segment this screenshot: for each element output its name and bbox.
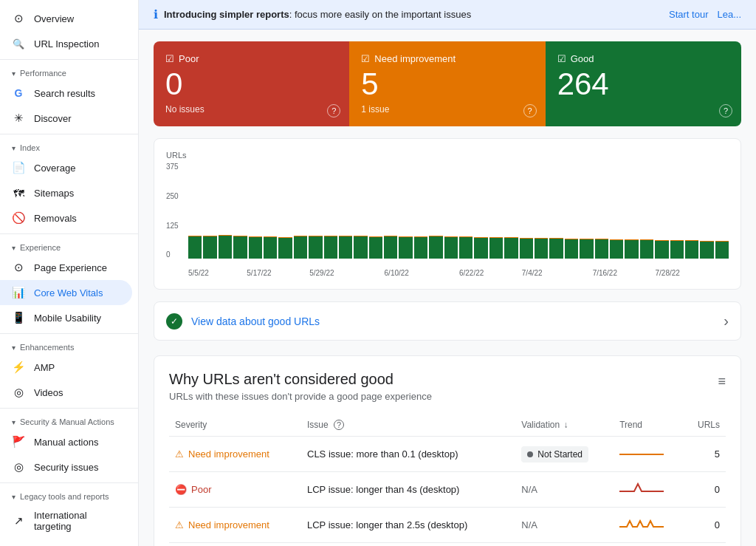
x-label bbox=[410, 269, 422, 277]
sidebar-item-label: Manual actions bbox=[34, 437, 98, 448]
bar-group[interactable] bbox=[520, 163, 533, 259]
sidebar-item-search-results[interactable]: G Search results bbox=[0, 81, 132, 106]
bar-group[interactable] bbox=[444, 163, 458, 259]
bar-group[interactable] bbox=[369, 163, 382, 259]
bar-group[interactable] bbox=[294, 163, 307, 259]
table-row[interactable]: ⛔ Poor LCP issue: longer than 4s (deskto… bbox=[169, 472, 726, 508]
poor-score-card[interactable]: ☑ Poor 0 No issues ? bbox=[154, 41, 349, 126]
bar-group[interactable] bbox=[324, 163, 337, 259]
needs-header: ☑ Need improvement bbox=[361, 53, 533, 64]
bar-group[interactable] bbox=[203, 163, 216, 259]
x-label bbox=[556, 269, 567, 277]
bar-group[interactable] bbox=[399, 163, 412, 259]
bar-group[interactable] bbox=[264, 163, 277, 259]
poor-value: 0 bbox=[165, 67, 337, 101]
bar-group[interactable] bbox=[595, 163, 608, 259]
bar-group[interactable] bbox=[278, 163, 292, 259]
bar-group[interactable] bbox=[219, 163, 232, 259]
bar-group[interactable] bbox=[535, 163, 548, 259]
help-icon[interactable]: ? bbox=[523, 104, 537, 117]
learn-more-link[interactable]: Lea... bbox=[717, 9, 741, 20]
bar-group[interactable] bbox=[188, 163, 202, 259]
sidebar-item-label: Videos bbox=[34, 387, 63, 398]
sidebar-item-discover[interactable]: ✳ Discover bbox=[0, 106, 132, 131]
bar-group[interactable] bbox=[339, 163, 352, 259]
table-row[interactable]: ⚠ Need improvement LCP issue: longer tha… bbox=[169, 508, 726, 543]
start-tour-link[interactable]: Start tour bbox=[669, 9, 708, 20]
enhancements-section-label[interactable]: ▾ Enhancements bbox=[0, 337, 138, 355]
filter-icon[interactable]: ≡ bbox=[718, 374, 726, 389]
performance-section-label[interactable]: ▾ Performance bbox=[0, 63, 138, 81]
legacy-section-label[interactable]: ▾ Legacy tools and reports bbox=[0, 486, 138, 504]
help-icon[interactable]: ? bbox=[719, 104, 732, 117]
bar-group[interactable] bbox=[459, 163, 472, 259]
checkbox-icon: ☑ bbox=[557, 53, 566, 64]
experience-section-label[interactable]: ▾ Experience bbox=[0, 237, 138, 255]
security-section-label[interactable]: ▾ Security & Manual Actions bbox=[0, 412, 138, 429]
bar-group[interactable] bbox=[309, 163, 322, 259]
bar-group[interactable] bbox=[474, 163, 487, 259]
flag-icon: 🚩 bbox=[12, 435, 25, 448]
x-label bbox=[693, 269, 704, 277]
bar-group[interactable] bbox=[685, 163, 698, 259]
bar-group[interactable] bbox=[625, 163, 638, 259]
good-score-card[interactable]: ☑ Good 264 ? bbox=[546, 41, 741, 126]
sidebar-item-manual-actions[interactable]: 🚩 Manual actions bbox=[0, 429, 132, 454]
sidebar-item-page-experience[interactable]: ⊙ Page Experience bbox=[0, 255, 132, 280]
sidebar-item-mobile-usability[interactable]: 📱 Mobile Usability bbox=[0, 305, 132, 330]
issue-help-icon[interactable]: ? bbox=[334, 420, 344, 430]
urls-header: URLs bbox=[684, 414, 726, 437]
bar-group[interactable] bbox=[233, 163, 247, 259]
bar-group[interactable] bbox=[700, 163, 713, 259]
sidebar-item-videos[interactable]: ◎ Videos bbox=[0, 380, 132, 405]
trend-cell bbox=[614, 437, 684, 472]
bar-group[interactable] bbox=[429, 163, 442, 259]
bar-group[interactable] bbox=[640, 163, 653, 259]
x-label bbox=[422, 269, 433, 277]
bar-group[interactable] bbox=[610, 163, 623, 259]
chart-area: 375 250 125 0 bbox=[166, 163, 729, 266]
index-section-label[interactable]: ▾ Index bbox=[0, 137, 138, 155]
bar-group[interactable] bbox=[354, 163, 367, 259]
sidebar-item-removals[interactable]: 🚫 Removals bbox=[0, 205, 132, 231]
sidebar-item-international-targeting[interactable]: ↗ International targeting bbox=[0, 504, 132, 538]
bar-group[interactable] bbox=[655, 163, 668, 259]
bar-group[interactable] bbox=[549, 163, 563, 259]
y-tick-0: 0 bbox=[166, 250, 179, 259]
x-label bbox=[285, 269, 296, 277]
bar-group[interactable] bbox=[715, 163, 729, 259]
banner-text: ℹ Introducing simpler reports: focus mor… bbox=[154, 7, 471, 21]
validation-header[interactable]: Validation ↓ bbox=[515, 414, 614, 437]
banner-actions: Start tour Lea... bbox=[669, 9, 741, 20]
bar-group[interactable] bbox=[565, 163, 578, 259]
bar-group[interactable] bbox=[580, 163, 593, 259]
view-data-left: ✓ View data about good URLs bbox=[166, 313, 320, 330]
severity-header: Severity bbox=[169, 414, 301, 437]
sidebar-item-overview[interactable]: ⊙ Overview bbox=[0, 6, 132, 31]
sidebar-item-label: Security issues bbox=[34, 462, 98, 473]
sidebar-item-amp[interactable]: ⚡ AMP bbox=[0, 355, 132, 380]
bar-group[interactable] bbox=[489, 163, 503, 259]
sidebar: ⊙ Overview 🔍 URL Inspection ▾ Performanc… bbox=[0, 0, 139, 546]
sidebar-item-label: URL Inspection bbox=[34, 38, 99, 50]
bar-group[interactable] bbox=[670, 163, 684, 259]
bar-group[interactable] bbox=[249, 163, 262, 259]
sidebar-item-label: Core Web Vitals bbox=[34, 287, 103, 298]
issue-header: Issue ? bbox=[301, 414, 515, 437]
sidebar-item-security-issues[interactable]: ◎ Security issues bbox=[0, 454, 132, 480]
sidebar-item-core-web-vitals[interactable]: 📊 Core Web Vitals bbox=[0, 280, 132, 305]
bar-group[interactable] bbox=[414, 163, 427, 259]
good-header: ☑ Good bbox=[557, 53, 729, 64]
needs-score-card[interactable]: ☑ Need improvement 5 1 issue ? bbox=[349, 41, 545, 126]
bar-group[interactable] bbox=[384, 163, 397, 259]
help-icon[interactable]: ? bbox=[327, 104, 340, 117]
sidebar-item-url-inspection[interactable]: 🔍 URL Inspection bbox=[0, 31, 132, 56]
sidebar-item-sitemaps[interactable]: 🗺 Sitemaps bbox=[0, 180, 132, 205]
table-row[interactable]: ⚠ Need improvement CLS issue: more than … bbox=[169, 437, 726, 472]
issues-title: Why URLs aren't considered good bbox=[169, 371, 432, 388]
main-content: ℹ Introducing simpler reports: focus mor… bbox=[139, 0, 756, 546]
sidebar-item-coverage[interactable]: 📄 Coverage bbox=[0, 155, 132, 180]
bar-group[interactable] bbox=[504, 163, 518, 259]
x-label bbox=[435, 269, 446, 277]
view-data-button[interactable]: ✓ View data about good URLs › bbox=[154, 301, 741, 341]
